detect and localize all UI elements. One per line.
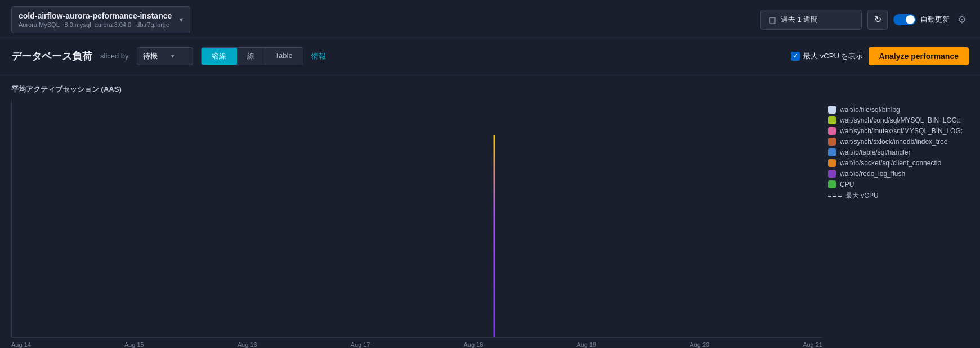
calendar-icon: ▦ [769,15,776,24]
tab-bar[interactable]: 縦線 [202,48,237,65]
x-axis-label: Aug 17 [351,341,370,348]
chart-plot [11,100,822,338]
legend-label: wait/io/redo_log_flush [840,170,905,178]
legend-item: CPU [828,180,963,188]
slice-value: 待機 [143,51,158,61]
section-header: データベース負荷 sliced by 待機 ▼ 縦線 線 Table 情報 ✓ … [0,39,980,73]
checkbox-icon: ✓ [791,52,800,61]
right-controls: ✓ 最大 vCPU を表示 Analyze performance [791,47,969,65]
legend-color-swatch [828,159,836,167]
legend-item: wait/synch/mutex/sql/MYSQL_BIN_LOG: [828,127,963,135]
gear-icon: ⚙ [957,14,966,25]
chart-wrapper: Aug 14Aug 15Aug 16Aug 17Aug 18Aug 19Aug … [11,100,822,348]
legend-label: wait/synch/sxlock/innodb/index_tree [840,138,947,146]
auto-refresh-toggle[interactable] [893,14,916,25]
legend-color-swatch [828,148,836,156]
time-range-label: 過去 1 週間 [781,15,818,25]
legend-color-swatch [828,180,836,188]
legend-color-swatch [828,138,836,146]
legend-label: wait/io/file/sql/binlog [840,106,900,114]
x-axis-label: Aug 20 [690,341,709,348]
legend-item: wait/io/socket/sql/client_connectio [828,159,963,167]
legend-item: wait/io/redo_log_flush [828,170,963,178]
x-axis-label: Aug 19 [576,341,596,348]
x-axis-label: Aug 14 [11,341,31,348]
sliced-by-label: sliced by [100,52,129,60]
x-axis-label: Aug 18 [464,341,484,348]
max-vcpu-label: 最大 vCPU を表示 [803,51,863,61]
x-axis: Aug 14Aug 15Aug 16Aug 17Aug 18Aug 19Aug … [11,338,822,348]
max-vcpu-checkbox[interactable]: ✓ 最大 vCPU を表示 [791,51,863,61]
chart-legend: wait/io/file/sql/binlogwait/synch/cond/s… [822,100,969,348]
refresh-icon: ↻ [874,14,881,25]
auto-refresh-label: 自動更新 [920,15,950,25]
legend-label: wait/synch/cond/sql/MYSQL_BIN_LOG:: [840,116,961,124]
legend-color-swatch [828,106,836,114]
chart-content: Aug 14Aug 15Aug 16Aug 17Aug 18Aug 19Aug … [11,100,969,348]
section-title: データベース負荷 [11,49,92,63]
x-axis-label: Aug 15 [124,341,144,348]
chart-area: 平均アクティブセッション (AAS) Aug 14Aug 15Aug 16Aug… [0,73,980,348]
x-axis-label: Aug 21 [803,341,822,348]
tab-table[interactable]: Table [265,48,303,65]
legend-color-swatch [828,116,836,124]
legend-item: wait/io/table/sql/handler [828,148,963,156]
legend-item: wait/io/file/sql/binlog [828,106,963,114]
time-range-selector[interactable]: ▦ 過去 1 週間 [760,10,862,30]
top-right-controls: ▦ 過去 1 週間 ↻ 自動更新 ⚙ [760,10,969,30]
x-axis-label: Aug 16 [238,341,257,348]
slice-dropdown-arrow-icon: ▼ [170,53,176,59]
auto-refresh-control: 自動更新 [893,14,950,25]
slice-dropdown[interactable]: 待機 ▼ [137,47,193,65]
info-link[interactable]: 情報 [311,51,326,61]
dropdown-arrow-icon: ▼ [178,16,184,23]
legend-label: CPU [840,180,854,188]
refresh-button[interactable]: ↻ [867,10,888,30]
toggle-knob [906,15,915,24]
legend-color-swatch [828,170,836,178]
legend-dashed-icon [828,196,842,197]
instance-meta: Aurora MySQL 8.0.mysql_aurora.3.04.0 db.… [19,21,172,28]
legend-color-swatch [828,127,836,135]
legend-item: wait/synch/cond/sql/MYSQL_BIN_LOG:: [828,116,963,124]
instance-name: cold-airflow-aurora-peformance-instance [19,11,172,20]
legend-label: wait/io/socket/sql/client_connectio [840,159,941,167]
spike-line [494,135,495,337]
legend-label: wait/synch/mutex/sql/MYSQL_BIN_LOG: [840,127,963,135]
instance-selector[interactable]: cold-airflow-aurora-peformance-instance … [11,6,190,33]
tab-line[interactable]: 線 [237,48,265,65]
legend-label: wait/io/table/sql/handler [840,148,910,156]
analyze-performance-button[interactable]: Analyze performance [869,47,969,65]
top-bar: cold-airflow-aurora-peformance-instance … [0,0,980,39]
settings-button[interactable]: ⚙ [955,11,969,28]
legend-label: 最大 vCPU [845,191,879,201]
legend-item: 最大 vCPU [828,191,963,201]
legend-item: wait/synch/sxlock/innodb/index_tree [828,138,963,146]
view-tabs: 縦線 線 Table [201,47,303,65]
chart-title: 平均アクティブセッション (AAS) [11,84,969,94]
